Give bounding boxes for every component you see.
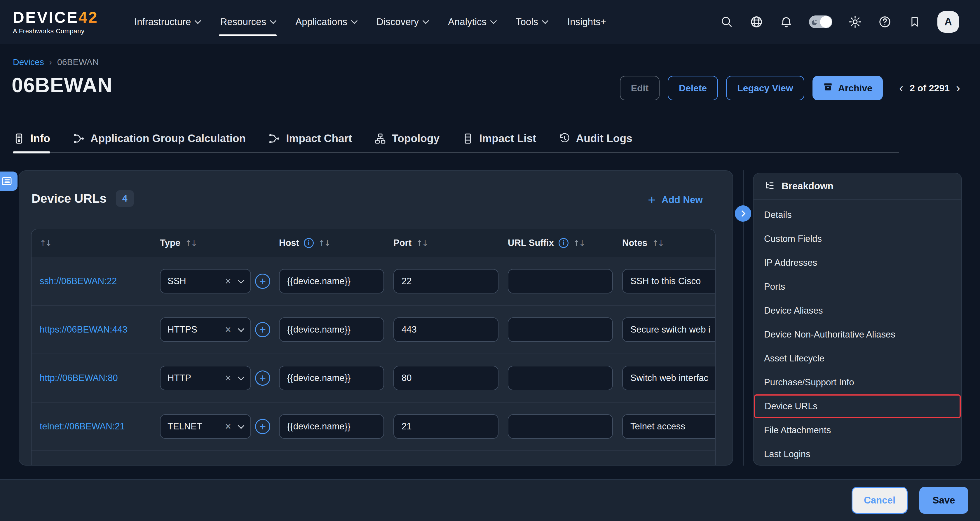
- port-input[interactable]: 22: [393, 269, 498, 294]
- device-url-row: telnet://06BEWAN:21 TELNET× + {{device.n…: [32, 403, 715, 451]
- add-new-button[interactable]: + Add New: [648, 193, 703, 206]
- tab-impact-chart[interactable]: Impact Chart: [268, 125, 352, 152]
- menu-infrastructure[interactable]: Infrastructure: [134, 0, 200, 44]
- breakdown-item-device-non-authoritative-aliases[interactable]: Device Non-Authoritative Aliases: [754, 322, 961, 346]
- device42-logo[interactable]: DEVICE42 A Freshworks Company: [13, 10, 112, 35]
- type-header[interactable]: Type↑↓: [160, 229, 196, 257]
- section-list-flyout-button[interactable]: [0, 172, 18, 191]
- host-input[interactable]: {{device.name}}: [279, 318, 384, 342]
- add-type-icon[interactable]: +: [255, 370, 270, 386]
- impact-chart-icon: [268, 132, 281, 145]
- port-input[interactable]: 21: [393, 414, 498, 439]
- device-url-row: http://06BEWAN:80 HTTP× + {{device.name}…: [32, 354, 715, 403]
- globe-icon[interactable]: [749, 15, 764, 29]
- url-suffix-header[interactable]: URL Suffixi↑↓: [508, 229, 585, 257]
- breakdown-item-file-attachments[interactable]: File Attachments: [754, 418, 961, 442]
- info-icon[interactable]: i: [304, 238, 314, 248]
- host-input[interactable]: {{device.name}}: [279, 414, 384, 439]
- add-type-icon[interactable]: +: [255, 322, 270, 337]
- add-type-icon[interactable]: +: [255, 419, 270, 434]
- chevron-down-icon: [238, 374, 245, 381]
- url-suffix-input[interactable]: [508, 366, 613, 390]
- bookmark-icon[interactable]: [908, 15, 922, 29]
- topology-icon: [374, 132, 387, 145]
- device-url-link[interactable]: https://06BEWAN:443: [40, 324, 127, 335]
- legacy-view-button[interactable]: Legacy View: [726, 76, 804, 100]
- port-header[interactable]: Port↑↓: [393, 229, 428, 257]
- notes-input[interactable]: Telnet access: [622, 414, 716, 439]
- host-input[interactable]: {{device.name}}: [279, 366, 384, 390]
- url-suffix-input[interactable]: [508, 414, 613, 439]
- pager-prev-icon[interactable]: ‹: [899, 82, 903, 94]
- device-url-link[interactable]: ssh://06BEWAN:22: [40, 276, 117, 286]
- collapse-panel-button[interactable]: [735, 205, 751, 222]
- chevron-down-icon: [490, 17, 497, 24]
- clear-icon[interactable]: ×: [225, 276, 231, 286]
- user-avatar[interactable]: A: [937, 11, 959, 33]
- breakdown-item-custom-fields[interactable]: Custom Fields: [754, 227, 961, 251]
- port-input[interactable]: 443: [393, 318, 498, 342]
- save-button[interactable]: Save: [919, 487, 968, 514]
- add-type-icon[interactable]: +: [255, 274, 270, 289]
- port-input[interactable]: 80: [393, 366, 498, 390]
- edit-button[interactable]: Edit: [620, 76, 660, 100]
- breakdown-item-details[interactable]: Details: [754, 203, 961, 227]
- tab-audit-logs[interactable]: Audit Logs: [558, 125, 632, 152]
- type-select[interactable]: HTTP×: [160, 366, 251, 390]
- device-url-link[interactable]: telnet://06BEWAN:21: [40, 421, 125, 432]
- breakdown-item-asset-lifecycle[interactable]: Asset Lifecycle: [754, 346, 961, 370]
- breakdown-item-ip-addresses[interactable]: IP Addresses: [754, 251, 961, 275]
- menu-analytics[interactable]: Analytics: [448, 0, 496, 44]
- search-icon[interactable]: [720, 15, 734, 29]
- menu-discovery[interactable]: Discovery: [377, 0, 428, 44]
- clear-icon[interactable]: ×: [225, 421, 231, 432]
- notes-input[interactable]: Switch web interfac: [622, 366, 716, 390]
- dark-mode-toggle[interactable]: [809, 16, 832, 28]
- notes-input[interactable]: SSH to this Cisco: [622, 269, 716, 294]
- url-suffix-input[interactable]: [508, 269, 613, 294]
- breakdown-item-device-aliases[interactable]: Device Aliases: [754, 299, 961, 322]
- device-url-row: https://06BEWAN:443 HTTPS× + {{device.na…: [32, 306, 715, 354]
- chevron-down-icon: [270, 17, 277, 24]
- tab-info[interactable]: Info: [13, 125, 50, 152]
- tab-topology[interactable]: Topology: [374, 125, 439, 152]
- pager-next-icon[interactable]: ›: [956, 82, 960, 94]
- navbar-actions: A: [720, 11, 959, 33]
- chevron-down-icon: [238, 326, 245, 332]
- clear-icon[interactable]: ×: [225, 324, 231, 335]
- host-input[interactable]: {{device.name}}: [279, 269, 384, 294]
- count-badge: 4: [116, 190, 134, 207]
- tab-impact-list[interactable]: Impact List: [462, 125, 536, 152]
- host-header[interactable]: Hosti↑↓: [279, 229, 330, 257]
- breakdown-item-ports[interactable]: Ports: [754, 275, 961, 299]
- top-navbar: DEVICE42 A Freshworks Company Infrastruc…: [0, 0, 980, 44]
- type-select[interactable]: HTTPS×: [160, 318, 251, 342]
- archive-button[interactable]: Archive: [813, 76, 883, 100]
- gear-icon[interactable]: [848, 15, 862, 29]
- bell-icon[interactable]: [779, 15, 793, 29]
- main-menu: Infrastructure Resources Applications Di…: [134, 0, 606, 44]
- menu-applications[interactable]: Applications: [295, 0, 356, 44]
- clear-icon[interactable]: ×: [225, 373, 231, 383]
- menu-tools[interactable]: Tools: [516, 0, 547, 44]
- url-suffix-input[interactable]: [508, 318, 613, 342]
- type-select[interactable]: SSH×: [160, 269, 251, 294]
- notes-input[interactable]: Secure switch web i: [622, 318, 716, 342]
- sort-header[interactable]: ↑↓: [40, 229, 51, 257]
- record-pager: ‹ 2 of 2291 ›: [899, 82, 960, 94]
- delete-button[interactable]: Delete: [668, 76, 718, 100]
- device-url-link[interactable]: http://06BEWAN:80: [40, 373, 118, 383]
- help-icon[interactable]: [878, 15, 892, 29]
- device-urls-card: Device URLs 4 + Add New ↑↓ Type↑↓ Hosti↑…: [19, 170, 733, 465]
- breadcrumb-devices-link[interactable]: Devices: [13, 57, 44, 67]
- type-select[interactable]: TELNET×: [160, 414, 251, 439]
- notes-header[interactable]: Notes↑↓: [622, 229, 663, 257]
- breakdown-item-device-urls[interactable]: Device URLs: [754, 394, 961, 418]
- info-icon[interactable]: i: [558, 238, 568, 248]
- cancel-button[interactable]: Cancel: [851, 487, 908, 514]
- breakdown-item-last-logins[interactable]: Last Logins: [754, 442, 961, 465]
- tab-application-group-calculation[interactable]: Application Group Calculation: [72, 125, 246, 152]
- breakdown-item-purchase-support-info[interactable]: Purchase/Support Info: [754, 370, 961, 394]
- menu-insights[interactable]: Insights+: [567, 0, 606, 44]
- menu-resources[interactable]: Resources: [220, 0, 275, 44]
